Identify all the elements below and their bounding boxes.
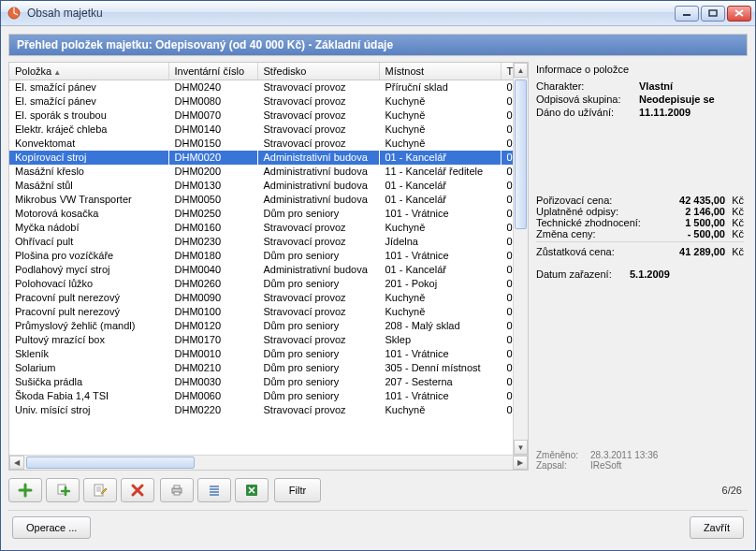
filter-button[interactable]: Filtr	[274, 478, 321, 502]
col-header[interactable]: Tříd	[501, 63, 513, 80]
add-copy-button[interactable]	[46, 478, 80, 502]
table-cell: DHM0100	[168, 305, 257, 319]
table-cell: DHM0070	[168, 109, 257, 123]
table-cell: 0009	[501, 207, 513, 221]
table-row[interactable]: Myčka nádobíDHM0160Stravovací provozKuch…	[9, 221, 513, 235]
table-cell: Dům pro seniory	[257, 319, 379, 333]
delete-button[interactable]	[121, 478, 154, 502]
table-cell: Sušička prádla	[9, 375, 168, 389]
table-cell: 305 - Denní místnost	[379, 361, 501, 375]
datum-value: 5.1.2009	[630, 268, 670, 280]
table-row[interactable]: Škoda Fabia 1,4 TSIDHM0060Dům pro senior…	[9, 389, 513, 403]
table-row[interactable]: Polohovací lůžkoDHM0260Dům pro seniory20…	[9, 277, 513, 291]
table-row[interactable]: Průmyslový žehlič (mandl)DHM0120Dům pro …	[9, 319, 513, 333]
table-row[interactable]: El. smažící pánevDHM0080Stravovací provo…	[9, 94, 513, 109]
table-row[interactable]: Masážní křesloDHM0200Administrativní bud…	[9, 165, 513, 179]
titlebar[interactable]: Obsah majetku	[1, 1, 755, 26]
toolbar: Filtr 6/26	[8, 476, 748, 504]
charakter-value: Vlastní	[639, 80, 673, 92]
col-header[interactable]: Položka▲	[9, 63, 168, 80]
dano-label: Dáno do užívání:	[536, 107, 639, 118]
table-row[interactable]: El. sporák s troubouDHM0070Stravovací pr…	[9, 109, 513, 123]
table-row[interactable]: Pracovní pult nerezovýDHM0100Stravovací …	[9, 305, 513, 319]
table-row[interactable]: Motorová kosačkaDHM0250Dům pro seniory10…	[9, 207, 513, 221]
table-cell: 01 - Kancelář	[379, 179, 501, 193]
zavrit-button[interactable]: Zavřít	[690, 516, 744, 539]
table-cell: 201 - Pokoj	[379, 277, 501, 291]
table-row[interactable]: Pultový mrazící boxDHM0170Stravovací pro…	[9, 333, 513, 347]
table-cell: Stravovací provoz	[257, 137, 379, 151]
table-cell: Kuchyně	[379, 137, 501, 151]
scrollbar-thumb[interactable]	[515, 80, 527, 229]
table-row[interactable]: Mikrobus VW TransporterDHM0050Administra…	[9, 193, 513, 207]
minimize-button[interactable]	[675, 6, 699, 22]
col-header[interactable]: Středisko	[257, 63, 379, 80]
table-row[interactable]: Pracovní pult nerezovýDHM0090Stravovací …	[9, 291, 513, 305]
table-cell: Motorová kosačka	[9, 207, 168, 221]
table-row[interactable]: SkleníkDHM0010Dům pro seniory101 - Vrátn…	[9, 347, 513, 361]
table-cell: DHM0040	[168, 263, 257, 277]
excel-export-button[interactable]	[235, 478, 269, 502]
scroll-left-icon[interactable]: ◀	[9, 456, 24, 470]
tech-label: Technické zhodnocení:	[536, 217, 655, 228]
table-row[interactable]: KonvektomatDHM0150Stravovací provozKuchy…	[9, 137, 513, 151]
record-counter: 6/26	[722, 485, 742, 496]
table-row[interactable]: Plošina pro vozíčkářeDHM0180Dům pro seni…	[9, 249, 513, 263]
table-cell: 101 - Vrátnice	[379, 249, 501, 263]
table-cell: Myčka nádobí	[9, 221, 168, 235]
table-row[interactable]: Kopírovací strojDHM0020Administrativní b…	[9, 151, 513, 165]
table-cell: Stravovací provoz	[257, 109, 379, 123]
scroll-right-icon[interactable]: ▶	[513, 456, 528, 470]
table-cell: Kuchyně	[379, 291, 501, 305]
svg-rect-7	[174, 492, 180, 495]
col-header[interactable]: Inventární číslo	[168, 63, 257, 80]
table-row[interactable]: Univ. mísící strojDHM0220Stravovací prov…	[9, 403, 513, 417]
table-row[interactable]: Masážní stůlDHM0130Administrativní budov…	[9, 179, 513, 193]
tech-value: 1 500,00	[655, 217, 725, 228]
zmena-value: - 500,00	[655, 228, 725, 239]
table: Položka▲ Inventární číslo Středisko Míst…	[8, 62, 529, 471]
table-row[interactable]: Elektr. kráječ chlebaDHM0140Stravovací p…	[9, 123, 513, 137]
subheader: Přehled položek majetku: Odepisovaný (od…	[8, 34, 748, 56]
table-cell: 101 - Vrátnice	[379, 389, 501, 403]
table-cell: 207 - Sesterna	[379, 375, 501, 389]
scrollbar-thumb[interactable]	[26, 457, 195, 469]
table-cell: DHM0010	[168, 347, 257, 361]
table-cell: Mikrobus VW Transporter	[9, 193, 168, 207]
table-row[interactable]: El. smažící pánevDHM0240Stravovací provo…	[9, 80, 513, 94]
vertical-scrollbar[interactable]: ▲ ▼	[513, 63, 528, 455]
horizontal-scrollbar[interactable]: ◀ ▶	[9, 455, 528, 470]
table-cell: 0009	[501, 80, 513, 94]
table-row[interactable]: Sušička prádlaDHM0030Dům pro seniory207 …	[9, 375, 513, 389]
add-button[interactable]	[8, 478, 42, 502]
table-cell: DHM0230	[168, 235, 257, 249]
table-cell: Administrativní budova	[257, 165, 379, 179]
operace-button[interactable]: Operace ...	[12, 516, 91, 539]
window: Obsah majetku Přehled položek majetku: O…	[0, 0, 756, 551]
table-cell: 0009	[501, 375, 513, 389]
print-button[interactable]	[160, 478, 194, 502]
table-cell: Stravovací provoz	[257, 221, 379, 235]
table-cell: Dům pro seniory	[257, 375, 379, 389]
table-row[interactable]: Podlahový mycí strojDHM0040Administrativ…	[9, 263, 513, 277]
table-cell: DHM0180	[168, 249, 257, 263]
table-cell: DHM0150	[168, 137, 257, 151]
close-button[interactable]	[727, 6, 751, 22]
uplat-value: 2 146,00	[655, 206, 725, 217]
table-row[interactable]: Ohřívací pultDHM0230Stravovací provozJíd…	[9, 235, 513, 249]
table-cell: Stravovací provoz	[257, 80, 379, 94]
table-cell: Skleník	[9, 347, 168, 361]
detail-heading: Informace o položce	[536, 62, 744, 80]
table-row[interactable]: SolariumDHM0210Dům pro seniory305 - Denn…	[9, 361, 513, 375]
charakter-label: Charakter:	[536, 80, 639, 92]
maximize-button[interactable]	[701, 6, 725, 22]
scroll-up-icon[interactable]: ▲	[514, 63, 528, 78]
table-cell: 0009	[501, 347, 513, 361]
list-button[interactable]	[197, 478, 231, 502]
edit-button[interactable]	[83, 478, 117, 502]
table-cell: Kuchyně	[379, 109, 501, 123]
scroll-down-icon[interactable]: ▼	[514, 440, 528, 455]
col-header[interactable]: Místnost	[379, 63, 501, 80]
table-header-row[interactable]: Položka▲ Inventární číslo Středisko Míst…	[9, 63, 513, 80]
table-cell: Konvektomat	[9, 137, 168, 151]
